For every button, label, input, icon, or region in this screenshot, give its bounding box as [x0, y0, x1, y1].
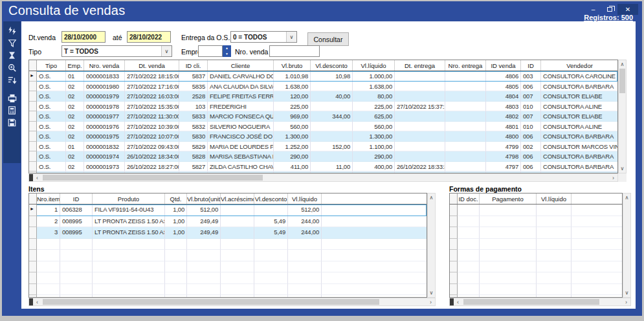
scroll-down-button[interactable]: ∨ [623, 289, 630, 297]
table-row[interactable]: O.S.02000000197927/10/2022 16:03:002528F… [29, 91, 617, 102]
table-cell[interactable]: CONSULTORA CAROLINE C [541, 71, 618, 82]
table-cell[interactable]: SILVERIO NOGUEIRA [208, 122, 274, 132]
table-row[interactable]: O.S.02000000198027/10/2022 17:16:005835A… [29, 82, 617, 92]
table-cell[interactable]: 0000001973 [84, 162, 125, 172]
table-cell[interactable]: 0000001975 [84, 131, 125, 142]
column-header[interactable]: Vl.líquido [288, 194, 322, 204]
scrollbar-thumb[interactable] [43, 175, 263, 181]
table-row[interactable]: O.S.02000000197727/10/2022 11:30:005833M… [29, 111, 617, 122]
scrollbar-track[interactable] [623, 202, 630, 289]
table-cell[interactable]: 0000001833 [84, 71, 125, 82]
table-cell[interactable]: 26/10/2022 18:33:35 [395, 162, 445, 172]
table-cell[interactable] [395, 151, 445, 162]
table-cell[interactable] [445, 122, 486, 132]
column-header[interactable]: Nro. entrega [445, 60, 486, 71]
table-cell[interactable]: 40,00 [311, 91, 353, 102]
table-cell[interactable]: 006 [521, 151, 541, 162]
table-cell[interactable]: 152,00 [311, 142, 353, 152]
table-cell[interactable]: 625,00 [353, 111, 395, 122]
scroll-up-button[interactable]: ∧ [428, 194, 435, 202]
table-cell[interactable]: FELIPE FREITAS FERRE [208, 91, 274, 102]
spinner-up-icon[interactable]: ▲ [223, 45, 231, 51]
table-cell[interactable]: FRANCISCO JOSÉ DO NA [208, 131, 274, 142]
scroll-left-button[interactable]: ‹ [33, 174, 41, 181]
table-cell[interactable] [445, 162, 486, 172]
table-cell[interactable] [395, 122, 445, 132]
table-cell[interactable]: 0000001979 [84, 91, 125, 102]
table-row[interactable]: O.S.01000000183227/10/2022 09:43:005829M… [29, 142, 617, 152]
table-cell[interactable]: ANA CLAUDIA DA SILVA [208, 82, 274, 92]
column-header[interactable]: Pagamento [480, 194, 537, 204]
table-cell[interactable]: 3 [37, 227, 60, 239]
save-icon[interactable] [5, 116, 19, 129]
table-cell[interactable]: 008995 [60, 216, 93, 228]
table-cell[interactable]: 0000001978 [84, 102, 125, 112]
dt-venda-to-input[interactable]: 28/10/2022 [127, 31, 171, 43]
table-row[interactable]: 2008995LT PRONTA ZEISS 1.50 ASP DURAVISI… [29, 216, 427, 228]
table-cell[interactable]: CONSULTORA BARBARA [541, 162, 618, 172]
spinner-down-icon[interactable]: ▼ [223, 51, 231, 57]
table-cell[interactable]: 02 [66, 122, 84, 132]
column-header[interactable]: Vl.acréscimo [221, 194, 254, 204]
table-cell[interactable] [395, 91, 445, 102]
scroll-up-button[interactable]: ∧ [623, 194, 630, 202]
column-header[interactable]: Tipo [37, 60, 66, 71]
table-cell[interactable]: 02 [66, 151, 84, 162]
table-cell[interactable]: 002 [521, 142, 541, 152]
table-cell[interactable]: 5828 [179, 151, 208, 162]
table-cell[interactable]: 4804 [486, 91, 521, 102]
column-header[interactable]: Dt. entrega [395, 60, 445, 71]
table-cell[interactable]: O.S. [37, 71, 66, 82]
table-cell[interactable]: 1,00 [165, 227, 187, 239]
table-cell[interactable]: 400,00 [353, 162, 395, 172]
scrollbar-track[interactable] [41, 174, 609, 181]
table-cell[interactable]: 4798 [486, 151, 521, 162]
table-cell[interactable]: O.S. [37, 131, 66, 142]
table-cell[interactable]: 27/10/2022 15:35:00 [125, 102, 179, 112]
table-cell[interactable]: 01 [66, 142, 84, 152]
table-cell[interactable]: 5837 [179, 71, 208, 82]
table-cell[interactable]: O.S. [37, 102, 66, 112]
empresa-input[interactable] [198, 45, 223, 57]
table-cell[interactable]: 0000001974 [84, 151, 125, 162]
table-cell[interactable] [445, 102, 486, 112]
tipo-select[interactable]: T = TODOS ∨ [61, 45, 172, 57]
table-cell[interactable]: 1.638,00 [353, 82, 395, 92]
table-cell[interactable]: 27/10/2022 18:15:00 [125, 71, 179, 82]
scroll-down-button[interactable]: ∨ [428, 289, 435, 297]
table-cell[interactable]: 560,00 [353, 122, 395, 132]
column-header[interactable] [322, 194, 427, 204]
column-header[interactable]: Vendedor [541, 60, 618, 71]
table-cell[interactable]: 560,00 [274, 122, 311, 132]
scroll-right-button[interactable]: › [427, 298, 435, 305]
table-cell[interactable]: 244,00 [288, 216, 322, 228]
table-cell[interactable]: 27/10/2022 10:07:00 [125, 131, 179, 142]
table-cell[interactable] [445, 142, 486, 152]
table-cell[interactable]: 4805 [486, 82, 521, 92]
table-cell[interactable]: DANIEL CARVALHO DOS [208, 71, 274, 82]
table-cell[interactable] [322, 205, 427, 216]
scroll-up-button[interactable]: ∧ [619, 60, 626, 69]
table-cell[interactable] [395, 111, 445, 122]
horizontal-scrollbar[interactable]: ‹ › [449, 298, 631, 306]
table-cell[interactable]: 5829 [179, 142, 208, 152]
scrollbar-thumb[interactable] [463, 299, 599, 305]
sync-icon[interactable] [5, 25, 19, 37]
consultar-button[interactable]: Consultar [307, 32, 349, 46]
table-cell[interactable]: 290,00 [353, 151, 395, 162]
table-cell[interactable]: O.S. [37, 111, 66, 122]
table-cell[interactable]: 26/10/2022 18:27:00 [125, 162, 179, 172]
filter-icon[interactable] [5, 37, 19, 49]
table-cell[interactable]: 27/10/2022 15:37:13 [395, 102, 445, 112]
table-cell[interactable] [445, 71, 486, 82]
table-row[interactable]: 3008995LT PRONTA ZEISS 1.50 ASP DURAVISI… [29, 227, 427, 239]
table-cell[interactable]: 27/10/2022 10:39:00 [125, 122, 179, 132]
table-cell[interactable]: 4797 [486, 162, 521, 172]
scrollbar-track[interactable] [462, 298, 622, 305]
table-cell[interactable] [445, 151, 486, 162]
table-cell[interactable] [395, 131, 445, 142]
table-cell[interactable]: 969,00 [274, 111, 311, 122]
table-cell[interactable]: O.S. [37, 151, 66, 162]
table-cell[interactable] [445, 131, 486, 142]
table-cell[interactable]: 26/10/2022 18:34:00 [125, 151, 179, 162]
